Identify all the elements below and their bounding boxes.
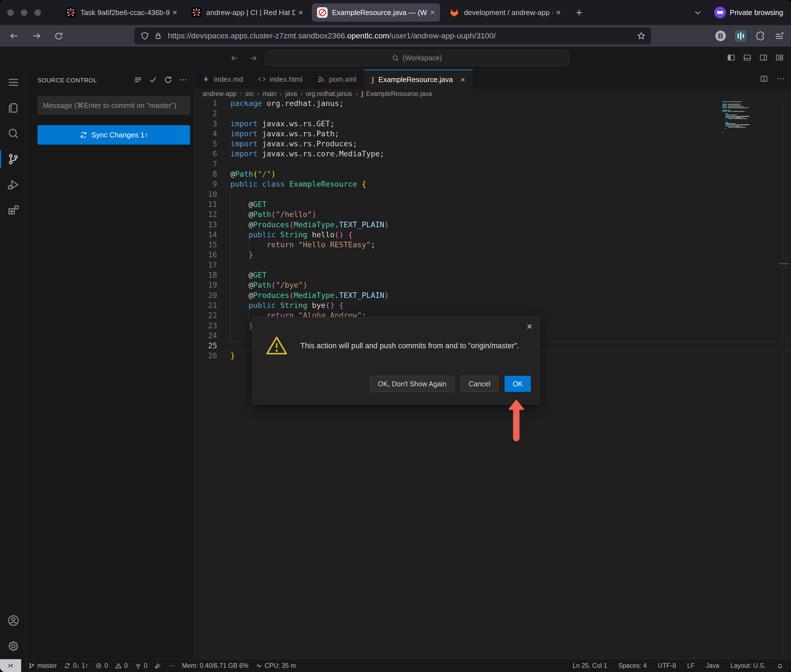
command-center-search[interactable]: (Workspace) <box>265 50 569 66</box>
breadcrumb-item[interactable]: src <box>245 90 254 98</box>
ellipsis-icon-button[interactable] <box>179 76 187 85</box>
annotation-arrow <box>509 400 524 442</box>
eol[interactable]: LF <box>687 662 695 669</box>
new-tab-button[interactable]: + <box>576 6 582 19</box>
activity-settings-gear[interactable] <box>0 634 27 659</box>
panel-left-icon-button[interactable] <box>727 53 735 63</box>
editor-tab[interactable]: index.html <box>251 70 310 89</box>
cursor-position[interactable]: Ln 25, Col 1 <box>573 662 607 669</box>
minimap[interactable] <box>717 101 771 133</box>
code-line <box>231 189 389 200</box>
notifications-bell[interactable] <box>777 662 783 669</box>
editor-tab-bar: index.mdindex.htmlpom.xmlJExampleResourc… <box>195 70 791 89</box>
bookmark-star-icon[interactable] <box>637 32 645 40</box>
code-line: @Produces(MediaType.TEXT_PLAIN) <box>231 220 389 230</box>
cpu-status[interactable]: CPU: 35 m <box>256 662 296 669</box>
remote-indicator[interactable] <box>0 659 21 672</box>
commit-message-input[interactable]: Message (⌘Enter to commit on "master") <box>38 96 190 115</box>
more-status[interactable] <box>168 662 175 669</box>
browser-tab[interactable]: Task 9a6f2be6-ccac-436b-923× <box>60 3 182 22</box>
sync-changes-button[interactable]: Sync Changes 1↑ <box>38 125 190 145</box>
browser-tab[interactable]: ExampleResource.java — (Works× <box>312 3 440 22</box>
close-icon[interactable]: × <box>460 75 465 84</box>
breadcrumb-item[interactable]: andrew-app <box>203 90 236 98</box>
html-icon <box>258 75 266 83</box>
editor-tab[interactable]: JExampleResource.java× <box>364 70 473 89</box>
memory-status[interactable]: Mem: 0.40/6.71 GB 6% <box>182 662 249 669</box>
code-line: @Path("/") <box>231 169 389 179</box>
app-menu-icon[interactable] <box>774 31 784 41</box>
activity-debug[interactable] <box>0 172 27 197</box>
keyboard-layout[interactable]: Layout: U.S. <box>730 662 766 669</box>
status-bar: master0↓ 1↑000Mem: 0.40/6.71 GB 6%CPU: 3… <box>0 659 791 672</box>
activity-account[interactable] <box>0 608 27 634</box>
account-icon <box>7 614 19 627</box>
settings-gear-icon <box>7 640 19 652</box>
sync-changes-label: Sync Changes 1↑ <box>91 131 148 139</box>
activity-source-control[interactable] <box>0 146 27 172</box>
task-favicon <box>191 7 202 18</box>
breadcrumb-item[interactable]: main <box>263 90 276 98</box>
sync-status[interactable]: 0↓ 1↑ <box>64 662 88 669</box>
view-list-icon-button[interactable] <box>134 76 142 85</box>
editor-tab[interactable]: pom.xml <box>310 70 364 89</box>
breadcrumb-file[interactable]: JExampleResource.java <box>361 90 432 98</box>
errors-status[interactable]: 0 <box>95 662 108 669</box>
close-icon[interactable]: × <box>298 8 303 17</box>
window-controls[interactable] <box>7 10 41 16</box>
lock-icon[interactable] <box>154 32 162 40</box>
breadcrumb-item[interactable]: org.redhat.janus <box>306 90 352 98</box>
task-favicon <box>66 7 76 18</box>
editor-tab-label: index.md <box>214 75 243 84</box>
reload-icon[interactable] <box>54 31 63 41</box>
editor-tab[interactable]: index.md <box>195 70 251 89</box>
close-icon[interactable]: × <box>556 8 561 17</box>
debug-icon <box>155 662 161 669</box>
editor-tab-label: pom.xml <box>329 75 356 84</box>
browser-tab[interactable]: development / andrew-app · GitL× <box>444 3 566 22</box>
panel-right-icon-button[interactable] <box>759 53 768 63</box>
ok-don-t-show-again-button[interactable]: OK, Don't Show Again <box>370 376 454 392</box>
nav-back-icon[interactable] <box>231 54 239 62</box>
language-mode[interactable]: Java <box>706 662 719 669</box>
layout-icon <box>775 53 784 62</box>
git-branch-icon <box>28 662 35 669</box>
encoding[interactable]: UTF-8 <box>658 662 676 669</box>
refresh-icon-button[interactable] <box>164 76 172 85</box>
panel-bottom-icon-button[interactable] <box>743 53 751 63</box>
teal-extension-icon[interactable] <box>735 30 746 42</box>
split-editor-icon <box>760 75 768 83</box>
browser-tab[interactable]: andrew-app | CI | Red Hat Devel× <box>186 3 308 22</box>
activity-search[interactable] <box>0 121 27 146</box>
url-bar[interactable]: https://devspaces.apps.cluster-z7zmt.san… <box>135 27 651 44</box>
split-editor-icon-button[interactable] <box>760 75 768 84</box>
check-icon-button[interactable] <box>149 76 157 85</box>
activity-extensions[interactable] <box>0 197 27 223</box>
cancel-button[interactable]: Cancel <box>460 376 499 392</box>
breadcrumb-item[interactable]: java <box>285 90 297 98</box>
branch-status[interactable]: master <box>28 662 57 669</box>
code-line <box>231 159 389 169</box>
nav-forward-icon[interactable] <box>249 54 257 62</box>
activity-files[interactable] <box>0 95 27 121</box>
window-minimize-button[interactable] <box>21 10 27 16</box>
debug-status[interactable] <box>155 662 161 669</box>
back-icon[interactable] <box>10 31 19 41</box>
window-close-button[interactable] <box>7 10 14 16</box>
ports-status[interactable]: 0 <box>135 662 148 669</box>
tracking-shield-icon[interactable] <box>141 32 149 40</box>
close-icon[interactable]: × <box>526 321 533 333</box>
password-manager-extension-icon[interactable]: B <box>715 30 726 41</box>
window-zoom-button[interactable] <box>35 10 41 16</box>
layout-icon-button[interactable] <box>775 53 784 63</box>
forward-icon[interactable] <box>32 31 41 41</box>
list-all-tabs-icon[interactable] <box>693 8 702 17</box>
warnings-status[interactable]: 0 <box>115 662 128 669</box>
indentation[interactable]: Spaces: 4 <box>618 662 647 669</box>
close-icon[interactable]: × <box>430 8 435 17</box>
ok-button[interactable]: OK <box>505 376 531 392</box>
puzzle-extensions-icon[interactable] <box>756 31 765 41</box>
activity-menu[interactable] <box>0 70 27 95</box>
ellipsis-icon-button[interactable] <box>777 75 785 84</box>
close-icon[interactable]: × <box>172 8 177 17</box>
